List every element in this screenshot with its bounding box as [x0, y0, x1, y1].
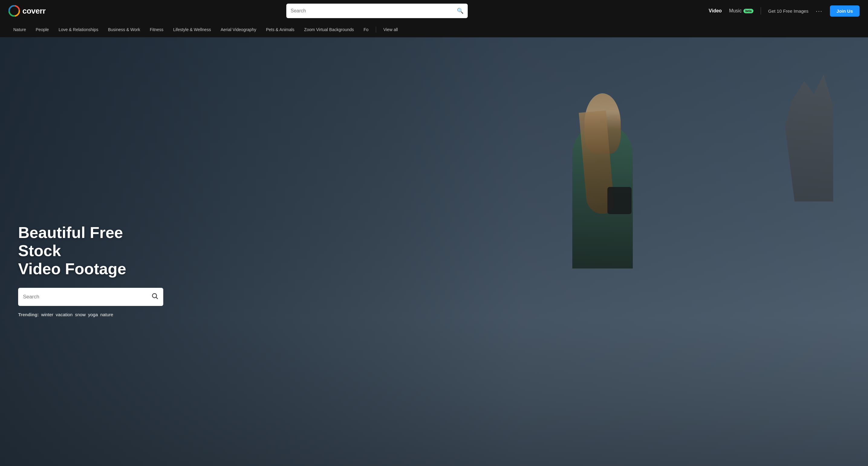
logo[interactable]: coverr: [8, 5, 45, 16]
categories-bar: Nature People Love & Relationships Busin…: [0, 22, 868, 37]
hero-content: Beautiful Free Stock Video Footage Trend…: [0, 224, 187, 317]
trending-tag-vacation[interactable]: vacation: [56, 312, 72, 317]
cat-pets[interactable]: Pets & Animals: [261, 22, 299, 37]
cat-nature[interactable]: Nature: [8, 22, 31, 37]
nav-music[interactable]: Music beta: [729, 8, 753, 13]
cat-people[interactable]: People: [31, 22, 54, 37]
hero-search-button[interactable]: [151, 292, 158, 301]
trending-tag-snow[interactable]: snow: [75, 312, 86, 317]
trending-row: Trending: winter vacation snow yoga natu…: [18, 312, 169, 317]
header-divider: [761, 7, 761, 14]
cat-lifestyle[interactable]: Lifestyle & Wellness: [168, 22, 216, 37]
trending-tag-yoga[interactable]: yoga: [88, 312, 98, 317]
header-search-icon[interactable]: 🔍: [457, 7, 463, 14]
hero-section: Beautiful Free Stock Video Footage Trend…: [0, 37, 868, 466]
logo-icon: [8, 5, 20, 16]
nav-video[interactable]: Video: [709, 8, 722, 13]
header-search-box[interactable]: 🔍: [286, 4, 468, 18]
trending-tag-nature[interactable]: nature: [100, 312, 113, 317]
header: coverr 🔍 Video Music beta Get 10 Free Im…: [0, 0, 868, 22]
trending-tag-winter[interactable]: winter: [41, 312, 53, 317]
cat-fo[interactable]: Fo: [359, 22, 373, 37]
cat-fitness[interactable]: Fitness: [145, 22, 168, 37]
header-search-input[interactable]: [290, 8, 457, 13]
header-right: Video Music beta Get 10 Free Images ··· …: [709, 5, 860, 16]
beta-badge: beta: [743, 9, 753, 13]
logo-text: coverr: [22, 6, 45, 16]
join-button[interactable]: Join Us: [830, 5, 860, 16]
nav-more[interactable]: ···: [816, 7, 823, 14]
hero-search-box[interactable]: [18, 288, 163, 306]
cat-aerial[interactable]: Aerial Videography: [216, 22, 261, 37]
cat-zoom[interactable]: Zoom Virtual Backgrounds: [299, 22, 359, 37]
cat-love[interactable]: Love & Relationships: [54, 22, 103, 37]
nav-free-images[interactable]: Get 10 Free Images: [768, 8, 808, 13]
trending-label: Trending:: [18, 312, 39, 317]
hero-title: Beautiful Free Stock Video Footage: [18, 224, 169, 278]
search-icon: [151, 292, 158, 300]
cat-divider: [376, 27, 376, 33]
cat-view-all[interactable]: View all: [378, 27, 403, 32]
cat-business[interactable]: Business & Work: [103, 22, 145, 37]
svg-line-2: [156, 297, 158, 299]
hero-search-input[interactable]: [23, 294, 151, 300]
